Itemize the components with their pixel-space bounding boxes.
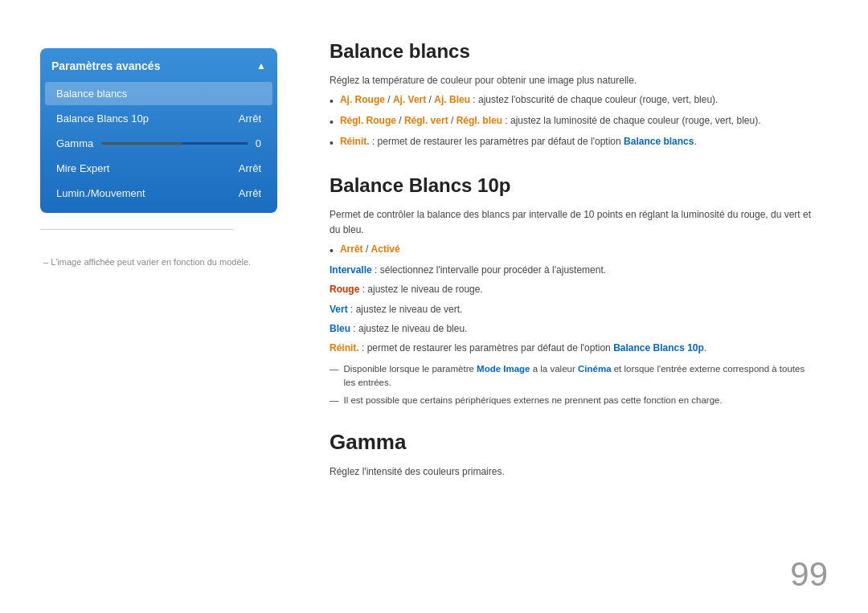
section-title-balance-blancs: Balance blancs <box>330 40 812 63</box>
note-dash-2: — <box>330 394 339 407</box>
section-title-gamma: Gamma <box>330 430 812 455</box>
vert-line: Vert : ajustez le niveau de vert. <box>330 302 812 317</box>
intervalle-label: Intervalle <box>330 264 372 276</box>
rouge-label: Rouge <box>330 284 359 295</box>
arret: Arrêt <box>340 243 363 255</box>
note-line-1: — Disponible lorsque le paramètre Mode I… <box>330 362 812 390</box>
intervalle-line: Intervalle : sélectionnez l'intervalle p… <box>330 263 812 278</box>
rouge-line: Rouge : ajustez le niveau de rouge. <box>330 282 812 297</box>
reinit-bb10p: Réinit. <box>330 342 359 353</box>
bleu-line: Bleu : ajustez le niveau de bleu. <box>330 321 812 337</box>
aj-bleu: Aj. Bleu <box>434 94 470 105</box>
menu-item-value: Arrêt <box>239 187 261 199</box>
image-note: – L'image affichée peut varier en foncti… <box>40 257 281 267</box>
menu-item-label: Balance blancs <box>56 88 127 100</box>
bb10p-intro: Permet de contrôler la balance des blanc… <box>330 207 812 238</box>
bullet-item: • Régl. Rouge / Régl. vert / Régl. bleu … <box>330 113 812 131</box>
section-body-gamma: Réglez l'intensité des couleurs primaire… <box>330 464 812 480</box>
bb10p-ref: Balance Blancs 10p <box>613 342 704 353</box>
regl-rouge: Régl. Rouge <box>340 115 396 126</box>
menu-item-mire-expert[interactable]: Mire Expert Arrêt <box>45 157 272 180</box>
bullet-item: • Réinit. : permet de restaurer les para… <box>330 134 812 152</box>
bb10p-bullets: • Arrêt / Activé <box>330 242 812 260</box>
bullet-dot: • <box>330 135 334 152</box>
note-dash-1: — <box>330 362 339 376</box>
section-body-balance-blancs: Réglez la température de couleur pour ob… <box>330 73 812 152</box>
right-content: Balance blancs Réglez la température de … <box>330 32 820 581</box>
vert-label: Vert <box>330 304 348 315</box>
aj-vert: Aj. Vert <box>393 94 426 105</box>
cinema: Cinéma <box>578 364 612 374</box>
menu-item-gamma[interactable]: Gamma 0 <box>45 132 272 155</box>
note-content-1: Disponible lorsque le paramètre Mode Ima… <box>344 362 813 390</box>
left-panel: Paramètres avancés ▲ Balance blancs Bala… <box>40 32 281 581</box>
page-number: 99 <box>790 555 828 594</box>
menu-item-balance-blancs-10p[interactable]: Balance Blancs 10p Arrêt <box>45 107 272 130</box>
menu-item-label: Balance Blancs 10p <box>56 112 149 125</box>
arrow-up-icon: ▲ <box>256 60 266 72</box>
section-title-bb10p: Balance Blancs 10p <box>330 174 812 198</box>
gamma-bar <box>101 142 248 145</box>
reinit-bb: Réinit. <box>340 136 370 147</box>
bullet-item: • Aj. Rouge / Aj. Vert / Aj. Bleu : ajus… <box>330 92 812 110</box>
note-content-2: Il est possible que certains périphériqu… <box>344 394 723 407</box>
bullet-dot: • <box>330 114 334 131</box>
regl-vert: Régl. vert <box>404 115 448 126</box>
gamma-label: Gamma <box>56 137 93 149</box>
section-gamma: Gamma Réglez l'intensité des couleurs pr… <box>330 430 812 480</box>
gamma-value: 0 <box>256 137 261 149</box>
bleu-label: Bleu <box>330 323 350 334</box>
menu-title: Paramètres avancés <box>51 59 160 72</box>
balance-blancs-ref: Balance blancs <box>624 136 694 147</box>
active: Activé <box>371 243 400 255</box>
menu-item-value: Arrêt <box>239 162 261 174</box>
bullet-content: Régl. Rouge / Régl. vert / Régl. bleu : … <box>340 113 761 128</box>
menu-item-value: Arrêt <box>239 112 261 125</box>
note-line-2: — Il est possible que certains périphéri… <box>330 394 812 407</box>
regl-bleu: Régl. bleu <box>457 115 502 126</box>
reinit-bb10p-line: Réinit. : permet de restaurer les paramè… <box>330 341 812 356</box>
menu-box: Paramètres avancés ▲ Balance blancs Bala… <box>40 48 277 213</box>
menu-item-label: Mire Expert <box>56 162 109 174</box>
gamma-bar-fill <box>101 142 182 145</box>
balance-blancs-bullets: • Aj. Rouge / Aj. Vert / Aj. Bleu : ajus… <box>330 92 812 152</box>
balance-blancs-intro: Réglez la température de couleur pour ob… <box>330 73 812 88</box>
bullet-item-arret-active: • Arrêt / Activé <box>330 242 812 260</box>
mode-image: Mode Image <box>477 364 530 374</box>
bullet-dot: • <box>330 93 334 110</box>
aj-rouge: Aj. Rouge <box>340 94 385 105</box>
bullet-dot: • <box>330 243 334 260</box>
menu-item-lumin-mouvement[interactable]: Lumin./Mouvement Arrêt <box>45 182 272 205</box>
bullet-content: Réinit. : permet de restaurer les paramè… <box>340 134 697 149</box>
menu-item-label: Lumin./Mouvement <box>56 187 145 199</box>
section-body-bb10p: Permet de contrôler la balance des blanc… <box>330 207 812 407</box>
section-balance-blancs-10p: Balance Blancs 10p Permet de contrôler l… <box>330 174 812 407</box>
gamma-intro: Réglez l'intensité des couleurs primaire… <box>330 464 812 480</box>
menu-title-bar: Paramètres avancés ▲ <box>40 55 277 80</box>
section-balance-blancs: Balance blancs Réglez la température de … <box>330 40 812 152</box>
bullet-content: Aj. Rouge / Aj. Vert / Aj. Bleu : ajuste… <box>340 92 719 107</box>
divider <box>40 229 233 230</box>
menu-item-balance-blancs[interactable]: Balance blancs <box>45 82 272 105</box>
bullet-content: Arrêt / Activé <box>340 242 400 256</box>
